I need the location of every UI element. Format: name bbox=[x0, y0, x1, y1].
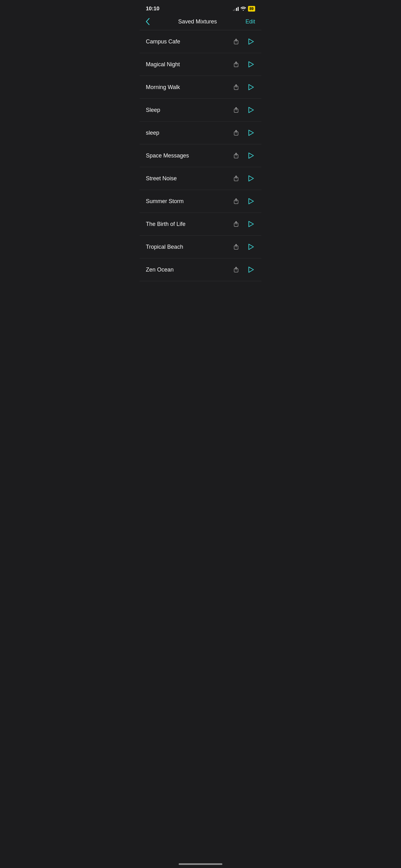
play-button[interactable] bbox=[246, 105, 255, 114]
item-actions bbox=[232, 243, 255, 251]
mixture-name: Street Noise bbox=[146, 175, 232, 182]
battery-icon: 89 bbox=[248, 6, 255, 11]
mixture-name: Sleep bbox=[146, 107, 232, 114]
item-actions bbox=[232, 220, 255, 228]
play-button[interactable] bbox=[246, 83, 255, 92]
share-button[interactable] bbox=[232, 197, 240, 205]
mixture-name: Space Messages bbox=[146, 153, 232, 159]
list-item: Summer Storm bbox=[140, 190, 261, 213]
signal-icon bbox=[233, 6, 239, 11]
list-item: Tropical Beach bbox=[140, 236, 261, 258]
item-actions bbox=[232, 197, 255, 206]
mixture-name: Zen Ocean bbox=[146, 267, 232, 273]
list-item: Street Noise bbox=[140, 167, 261, 190]
share-button[interactable] bbox=[232, 129, 240, 137]
play-button[interactable] bbox=[246, 60, 255, 69]
mixture-name: Morning Walk bbox=[146, 84, 232, 91]
play-button[interactable] bbox=[246, 220, 255, 228]
list-item: Sleep bbox=[140, 99, 261, 122]
item-actions bbox=[232, 60, 255, 69]
item-actions bbox=[232, 174, 255, 183]
list-item: Morning Walk bbox=[140, 76, 261, 99]
list-item: Zen Ocean bbox=[140, 258, 261, 281]
mixture-name: Campus Cafe bbox=[146, 38, 232, 45]
share-button[interactable] bbox=[232, 83, 240, 91]
item-actions bbox=[232, 265, 255, 274]
play-button[interactable] bbox=[246, 265, 255, 274]
mixture-name: Magical Night bbox=[146, 61, 232, 68]
play-button[interactable] bbox=[246, 243, 255, 251]
share-button[interactable] bbox=[232, 243, 240, 251]
item-actions bbox=[232, 37, 255, 46]
status-bar: 10:10 89 bbox=[140, 0, 261, 16]
share-button[interactable] bbox=[232, 266, 240, 274]
share-button[interactable] bbox=[232, 106, 240, 114]
mixture-name: Tropical Beach bbox=[146, 244, 232, 250]
status-time: 10:10 bbox=[146, 6, 159, 12]
mixture-name: sleep bbox=[146, 130, 232, 136]
share-button[interactable] bbox=[232, 220, 240, 228]
item-actions bbox=[232, 83, 255, 92]
item-actions bbox=[232, 128, 255, 137]
back-button[interactable] bbox=[146, 18, 149, 25]
share-button[interactable] bbox=[232, 60, 240, 68]
list-item: Magical Night bbox=[140, 53, 261, 76]
list-item: Space Messages bbox=[140, 144, 261, 167]
nav-bar: Saved Mixtures Edit bbox=[140, 16, 261, 30]
play-button[interactable] bbox=[246, 37, 255, 46]
item-actions bbox=[232, 105, 255, 114]
item-actions bbox=[232, 151, 255, 160]
share-button[interactable] bbox=[232, 152, 240, 160]
play-button[interactable] bbox=[246, 128, 255, 137]
status-icons: 89 bbox=[233, 6, 255, 11]
list-item: Campus Cafe bbox=[140, 30, 261, 53]
share-button[interactable] bbox=[232, 174, 240, 183]
list-item: sleep bbox=[140, 122, 261, 144]
mixture-name: The Birth of Life bbox=[146, 221, 232, 227]
list-item: The Birth of Life bbox=[140, 213, 261, 236]
mixture-list: Campus Cafe Magical Night bbox=[140, 30, 261, 281]
page-title: Saved Mixtures bbox=[178, 19, 217, 25]
play-button[interactable] bbox=[246, 174, 255, 183]
play-button[interactable] bbox=[246, 151, 255, 160]
share-button[interactable] bbox=[232, 37, 240, 45]
play-button[interactable] bbox=[246, 197, 255, 206]
edit-button[interactable]: Edit bbox=[245, 19, 255, 25]
wifi-icon bbox=[240, 6, 246, 11]
mixture-name: Summer Storm bbox=[146, 198, 232, 205]
